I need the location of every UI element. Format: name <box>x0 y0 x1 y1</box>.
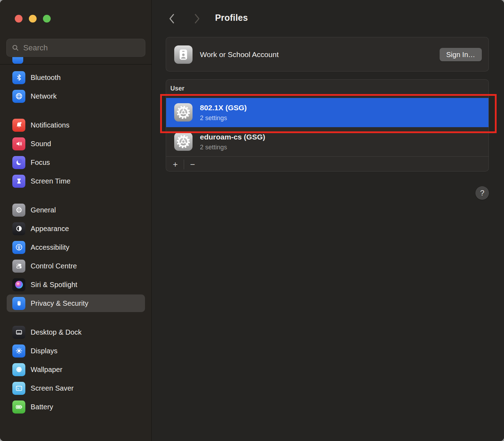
appearance-contrast-icon <box>12 222 25 235</box>
sidebar-item-label: Bluetooth <box>31 74 61 82</box>
bluetooth-icon <box>12 71 25 84</box>
speaker-icon <box>12 137 25 150</box>
sidebar-list: Bluetooth Network <box>0 68 152 417</box>
sidebar-item-label: Siri & Spotlight <box>31 281 77 289</box>
sidebar-item-general[interactable]: General <box>7 201 145 219</box>
help-button[interactable]: ? <box>475 186 489 200</box>
profile-title: 802.1X (GSG) <box>200 104 247 112</box>
footer-divider <box>184 160 184 169</box>
sidebar-item-network[interactable]: Network <box>7 87 145 105</box>
sidebar-item-notifications[interactable]: Notifications <box>7 116 145 134</box>
wifi-icon-partial <box>12 57 23 64</box>
sidebar-item-label: Notifications <box>31 121 69 129</box>
account-card-label: Work or School Account <box>200 37 279 72</box>
sidebar-scroll-divider <box>0 64 152 64</box>
sidebar-item-sound[interactable]: Sound <box>7 135 145 153</box>
sidebar-item-label: Control Centre <box>31 262 77 270</box>
add-profile-button[interactable]: + <box>170 157 180 172</box>
profile-row-eduroam[interactable]: eduroam-cs (GSG) 2 settings <box>166 127 489 156</box>
desktop-window-icon <box>12 326 25 339</box>
search-field[interactable] <box>6 39 145 57</box>
work-school-account-card: Work or School Account Sign In… <box>166 37 489 72</box>
sidebar-item-battery[interactable]: Battery <box>7 398 145 416</box>
sidebar-item-label: Wallpaper <box>31 366 62 374</box>
sidebar-item-label: Screen Saver <box>31 384 74 392</box>
user-section-header: User <box>170 85 184 92</box>
account-badge-icon <box>174 45 193 64</box>
profile-row-8021x[interactable]: 802.1X (GSG) 2 settings <box>166 98 489 127</box>
system-settings-window: Bluetooth Network <box>0 0 504 441</box>
sidebar-item-label: Appearance <box>31 225 69 233</box>
window-controls <box>15 15 51 23</box>
toggles-icon <box>12 260 25 273</box>
page-title: Profiles <box>215 13 248 23</box>
forward-button[interactable] <box>191 12 203 25</box>
sidebar-item-label: Battery <box>31 403 53 411</box>
sidebar-item-displays[interactable]: Displays <box>7 342 145 360</box>
remove-profile-button[interactable]: − <box>188 157 197 172</box>
sidebar-item-desktop-dock[interactable]: Desktop & Dock <box>7 323 145 341</box>
sidebar-group-gap <box>0 191 152 200</box>
profiles-list-footer: + − <box>166 156 489 172</box>
minimize-window-button[interactable] <box>29 15 37 23</box>
siri-orb-icon <box>12 278 25 291</box>
moon-icon <box>12 156 25 169</box>
sidebar-item-screen-saver[interactable]: Screen Saver <box>7 379 145 397</box>
sidebar-item-bluetooth[interactable]: Bluetooth <box>7 69 145 86</box>
profiles-panel: Profiles Work or School Account Sign In…… <box>152 0 504 441</box>
sidebar-item-privacy-security[interactable]: Privacy & Security <box>7 294 145 312</box>
sidebar-item-focus[interactable]: Focus <box>7 154 145 171</box>
sidebar-item-wallpaper[interactable]: Wallpaper <box>7 361 145 378</box>
bell-icon <box>12 119 25 132</box>
globe-icon <box>12 90 25 103</box>
sidebar-item-label: Screen Time <box>31 177 70 185</box>
hand-icon <box>12 297 25 310</box>
sidebar-item-label: Accessibility <box>31 243 69 251</box>
accessibility-figure-icon <box>12 241 25 254</box>
profile-title: eduroam-cs (GSG) <box>200 133 265 141</box>
hourglass-icon <box>12 175 25 188</box>
sidebar-item-label: Privacy & Security <box>31 299 88 308</box>
zoom-window-button[interactable] <box>43 15 51 23</box>
profile-subtitle: 2 settings <box>200 144 227 151</box>
sidebar-item-siri-spotlight[interactable]: Siri & Spotlight <box>7 276 145 293</box>
user-profiles-card: User 802.1X (GSG) 2 settin <box>166 79 489 172</box>
flower-icon <box>12 363 25 376</box>
profile-gear-icon <box>174 103 193 122</box>
gear-icon <box>12 204 25 217</box>
search-icon <box>12 44 19 52</box>
profile-gear-icon <box>174 132 193 151</box>
sign-in-button[interactable]: Sign In… <box>440 48 482 61</box>
sidebar-item-control-centre[interactable]: Control Centre <box>7 257 145 275</box>
sidebar-item-label: General <box>31 206 56 214</box>
sidebar-item-appearance[interactable]: Appearance <box>7 220 145 237</box>
sidebar-group-gap <box>0 106 152 115</box>
sidebar-item-label: Desktop & Dock <box>31 328 82 336</box>
sun-icon <box>12 344 25 358</box>
search-input[interactable] <box>23 43 136 52</box>
sidebar-item-label: Focus <box>31 159 50 167</box>
close-window-button[interactable] <box>15 15 23 23</box>
sidebar-item-accessibility[interactable]: Accessibility <box>7 238 145 256</box>
sidebar-group-gap <box>0 313 152 322</box>
sidebar-item-screen-time[interactable]: Screen Time <box>7 172 145 190</box>
screensaver-icon <box>12 382 25 395</box>
sidebar: Bluetooth Network <box>0 0 152 441</box>
sidebar-item-label: Sound <box>31 140 51 148</box>
sidebar-item-label: Displays <box>31 347 57 355</box>
battery-icon <box>12 400 25 414</box>
back-button[interactable] <box>166 12 178 25</box>
sidebar-item-label: Network <box>31 92 57 100</box>
profile-subtitle: 2 settings <box>200 114 227 122</box>
